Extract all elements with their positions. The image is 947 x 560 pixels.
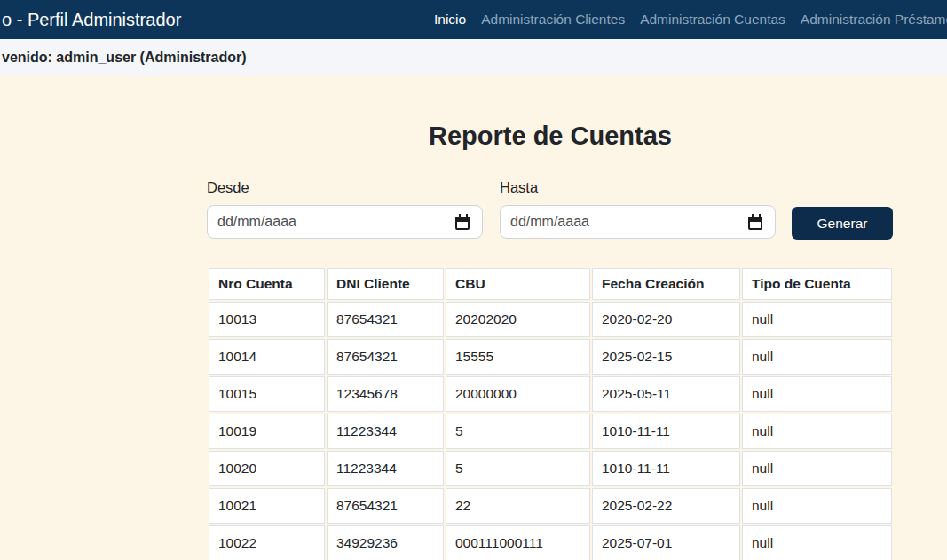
table-cell: null (742, 376, 892, 412)
table-cell: 10013 (209, 302, 325, 337)
table-cell: 10020 (209, 451, 325, 486)
table-cell: 000111000111 (446, 525, 590, 560)
table-cell: null (742, 339, 892, 375)
table-cell: 11223344 (327, 414, 444, 449)
calendar-icon[interactable] (748, 217, 762, 230)
table-cell: 87654321 (327, 339, 444, 375)
table-cell: null (742, 451, 892, 486)
table-cell: 10015 (209, 376, 325, 412)
table-cell: 2025-02-22 (592, 488, 740, 524)
table-cell: 87654321 (327, 488, 444, 524)
table-body: 1001387654321202020202020-02-20null10014… (209, 302, 892, 560)
report-section: Reporte de Cuentas Desde Hasta Generar N… (207, 76, 894, 560)
nav-item[interactable]: Administración Clientes (481, 12, 625, 28)
table-cell: 34929236 (327, 525, 444, 560)
table-cell: 1010-11-11 (592, 451, 740, 486)
table-cell: null (742, 488, 892, 524)
table-row: 1002187654321222025-02-22null (209, 488, 892, 524)
table-cell: 15555 (446, 339, 590, 375)
table-row: 1001512345678200000002025-05-11null (209, 376, 892, 412)
table-cell: 22 (446, 488, 590, 524)
table-cell: 2025-07-01 (592, 525, 740, 560)
nav-links: InicioAdministración ClientesAdministrac… (434, 0, 947, 39)
table-cell: null (742, 414, 892, 449)
page-title: Reporte de Cuentas (207, 121, 894, 152)
from-date-field[interactable] (207, 205, 483, 239)
welcome-text: venido: admin_user (Administrador) (2, 50, 247, 66)
column-header: Nro Cuenta (209, 268, 325, 300)
nav-item[interactable]: Inicio (434, 12, 466, 28)
table-cell: 10021 (209, 488, 325, 524)
from-label: Desde (207, 177, 249, 197)
table-cell: 2025-05-11 (592, 376, 740, 412)
table-cell: 10014 (209, 339, 325, 375)
column-header: Tipo de Cuenta (742, 268, 892, 300)
table-row: 100191122334451010-11-11null (209, 414, 892, 449)
navbar-brand[interactable]: o - Perfil Administrador (2, 0, 181, 39)
accounts-table: Nro CuentaDNI ClienteCBUFecha CreaciónTi… (207, 266, 894, 560)
table-cell: 2025-02-15 (592, 339, 740, 375)
table-cell: 5 (446, 414, 590, 449)
nav-item[interactable]: Administración Cuentas (640, 12, 785, 28)
navbar: o - Perfil Administrador InicioAdministr… (0, 0, 947, 39)
table-cell: 87654321 (327, 302, 444, 337)
to-label: Hasta (500, 177, 538, 197)
calendar-icon[interactable] (455, 217, 470, 230)
nav-item[interactable]: Administración Préstamos (801, 12, 947, 28)
welcome-bar: venido: admin_user (Administrador) (0, 39, 947, 76)
column-header: CBU (446, 268, 590, 300)
table-cell: 12345678 (327, 376, 444, 412)
table-header-row: Nro CuentaDNI ClienteCBUFecha CreaciónTi… (209, 268, 892, 300)
table-cell: 10019 (209, 414, 325, 449)
table-cell: 20000000 (446, 376, 590, 412)
generate-button[interactable]: Generar (792, 207, 893, 240)
to-date-input[interactable] (501, 214, 741, 230)
table-row: 100201122334451010-11-11null (209, 451, 892, 486)
from-date-input[interactable] (208, 214, 448, 230)
table-cell: null (742, 525, 892, 560)
column-header: Fecha Creación (592, 268, 740, 300)
to-date-field[interactable] (500, 205, 776, 239)
table-cell: 1010-11-11 (592, 414, 740, 449)
table-cell: 10022 (209, 525, 325, 560)
table-row: 1001387654321202020202020-02-20null (209, 302, 892, 337)
table-row: 1001487654321155552025-02-15null (209, 339, 892, 375)
column-header: DNI Cliente (327, 268, 444, 300)
table-cell: 20202020 (446, 302, 590, 337)
table-row: 10022349292360001110001112025-07-01null (209, 525, 892, 560)
table-cell: 2020-02-20 (592, 302, 740, 337)
table-cell: 11223344 (327, 451, 444, 486)
table-cell: 5 (446, 451, 590, 486)
table-cell: null (742, 302, 892, 337)
